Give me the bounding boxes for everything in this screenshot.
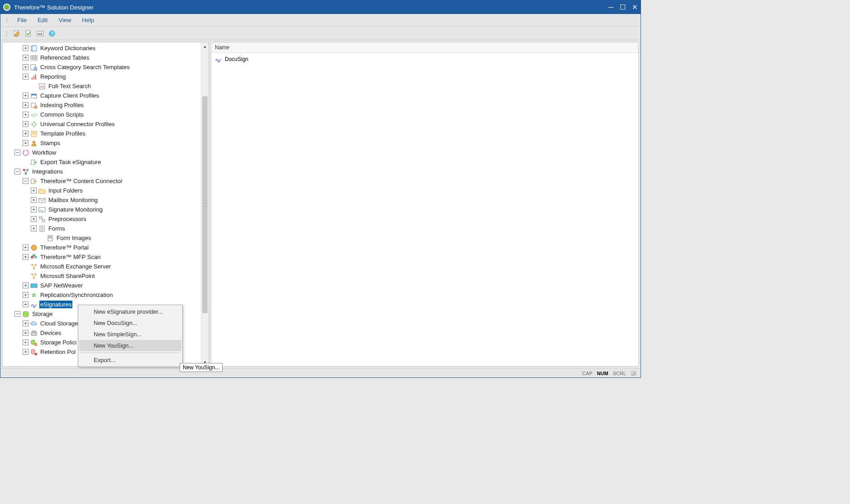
forms-icon bbox=[38, 225, 46, 232]
tree-node-label: Forms bbox=[47, 225, 66, 232]
tree-expander[interactable]: + bbox=[23, 283, 28, 288]
tree-expander[interactable]: + bbox=[23, 245, 28, 250]
tree-node[interactable]: +SAP NetWeaver bbox=[3, 281, 201, 290]
toolbar-help-button[interactable] bbox=[47, 29, 57, 38]
tooltip: New YouSign... bbox=[180, 363, 223, 372]
tree-node-label: Therefore™ MFP Scan bbox=[39, 253, 101, 261]
tree-expander[interactable]: + bbox=[23, 349, 28, 355]
preproc-icon bbox=[38, 216, 46, 223]
context-menu-item[interactable]: New SimpleSign... bbox=[79, 329, 181, 340]
tree-expander[interactable]: + bbox=[23, 292, 28, 298]
tree-expander[interactable]: + bbox=[31, 188, 37, 193]
tree-expander[interactable]: + bbox=[23, 64, 28, 70]
tree-expander[interactable]: + bbox=[23, 121, 28, 127]
context-menu-item[interactable]: New DocuSign... bbox=[79, 317, 181, 329]
tree-expander[interactable]: + bbox=[31, 216, 37, 222]
tree-node[interactable]: −Workflow bbox=[3, 148, 201, 157]
titlebar[interactable]: Therefore™ Solution Designer ─ ☐ ✕ bbox=[0, 0, 641, 14]
tree-node[interactable]: +Therefore™ MFP Scan bbox=[3, 252, 201, 262]
tree-expander[interactable]: + bbox=[23, 339, 28, 345]
script-icon bbox=[30, 111, 38, 118]
tree-expander[interactable]: + bbox=[23, 102, 28, 108]
toolbar-grip[interactable]: ⋮ bbox=[4, 30, 9, 37]
tree-node-label: Form Images bbox=[56, 234, 92, 242]
scrollbar-track[interactable] bbox=[201, 50, 209, 358]
replication-icon bbox=[30, 292, 38, 299]
menu-edit[interactable]: Edit bbox=[33, 16, 52, 24]
context-menu-item[interactable]: Export... bbox=[79, 354, 181, 366]
list-column-header-name[interactable]: Name bbox=[211, 42, 638, 53]
export-task-icon bbox=[30, 159, 38, 166]
policies-icon bbox=[30, 339, 38, 346]
tree-node-label: Storage Polici bbox=[39, 339, 77, 346]
tree-expander[interactable]: + bbox=[23, 140, 28, 146]
tree-expander[interactable]: + bbox=[31, 197, 37, 203]
tree-node[interactable]: +Mailbox Monitoring bbox=[3, 195, 201, 205]
tree-expander[interactable]: + bbox=[23, 45, 28, 51]
tree-node[interactable]: +Stamps bbox=[3, 138, 201, 148]
minimize-button[interactable]: ─ bbox=[608, 3, 613, 11]
tree-node[interactable]: +Keyword Dictionaries bbox=[3, 43, 201, 53]
tree-node[interactable]: +Referenced Tables bbox=[3, 53, 201, 62]
tree-node[interactable]: Export Task eSignature bbox=[3, 157, 201, 167]
tree-expander[interactable]: + bbox=[23, 93, 28, 99]
list-item[interactable]: DocuSign bbox=[215, 55, 635, 64]
maximize-button[interactable]: ☐ bbox=[620, 3, 626, 11]
tree-node[interactable]: +Reporting bbox=[3, 72, 201, 81]
devices-icon bbox=[30, 330, 38, 337]
tree-node[interactable]: +Capture Client Profiles bbox=[3, 91, 201, 100]
menu-help[interactable]: Help bbox=[77, 16, 99, 24]
tree-expander[interactable]: − bbox=[14, 169, 20, 174]
tree-node[interactable]: +Common Scripts bbox=[3, 110, 201, 119]
tree-node-label: eSignatures bbox=[39, 301, 72, 308]
tree-node[interactable]: +Therefore™ Portal bbox=[3, 243, 201, 252]
tree-node[interactable]: +Universal Connector Profiles bbox=[3, 119, 201, 129]
tree-expander[interactable]: − bbox=[23, 178, 28, 184]
resize-grip[interactable] bbox=[631, 371, 636, 376]
sap-icon bbox=[30, 282, 38, 289]
tree-node[interactable]: +Indexing Profiles bbox=[3, 100, 201, 110]
scrollbar-up-arrow[interactable]: ▲ bbox=[201, 42, 209, 50]
context-menu-item[interactable]: New eSignature provider... bbox=[79, 306, 181, 317]
tree-expander[interactable]: + bbox=[23, 74, 28, 80]
tree-expander[interactable]: + bbox=[23, 301, 28, 307]
tree-expander[interactable]: + bbox=[31, 226, 37, 231]
tree-node[interactable]: +Input Folders bbox=[3, 186, 201, 195]
toolbar-edit-button[interactable] bbox=[12, 29, 21, 38]
tree-node[interactable]: −Therefore™ Content Connector bbox=[3, 176, 201, 186]
tree-node[interactable]: +Forms bbox=[3, 224, 201, 233]
tree-node[interactable]: Form Images bbox=[3, 233, 201, 243]
tree-expander[interactable]: + bbox=[23, 55, 28, 61]
tree-expander[interactable]: + bbox=[31, 207, 37, 212]
tree-node[interactable]: +Replication/Synchronization bbox=[3, 290, 201, 300]
tree-expander[interactable]: + bbox=[23, 254, 28, 260]
tree-node[interactable]: −Integrations bbox=[3, 167, 201, 176]
tree-expander[interactable]: + bbox=[23, 320, 28, 326]
context-menu-item[interactable]: New YouSign... bbox=[79, 340, 181, 351]
context-menu-separator bbox=[81, 353, 180, 353]
tree-node[interactable]: +Preprocessors bbox=[3, 214, 201, 224]
tree-expander[interactable]: + bbox=[23, 112, 28, 118]
tree-node[interactable]: +Cross Category Search Templates bbox=[3, 62, 201, 72]
tree-expander[interactable]: − bbox=[14, 150, 20, 155]
tree-expander[interactable]: + bbox=[23, 131, 28, 137]
connector-icon bbox=[30, 121, 38, 128]
tree-scrollbar[interactable]: ▲ ▼ bbox=[201, 42, 209, 366]
tree-node-label: Reporting bbox=[39, 73, 66, 80]
tree-expander[interactable]: + bbox=[23, 330, 28, 336]
toolbar-check-button[interactable] bbox=[24, 29, 33, 38]
close-button[interactable]: ✕ bbox=[632, 3, 638, 11]
tree-node[interactable]: Microsoft Exchange Server bbox=[3, 262, 201, 271]
tree-node[interactable]: Microsoft SharePoint bbox=[3, 271, 201, 281]
index-icon bbox=[30, 102, 38, 109]
tree-expander[interactable]: − bbox=[14, 311, 20, 317]
list-body[interactable]: DocuSign bbox=[211, 53, 638, 366]
tree-node[interactable]: Full-Text Search bbox=[3, 81, 201, 91]
tree-node[interactable]: +Template Profiles bbox=[3, 129, 201, 138]
toolbar-text-button[interactable] bbox=[36, 29, 45, 38]
menubar-grip[interactable]: ⋮ bbox=[4, 17, 9, 24]
tree-node[interactable]: +Signature Monitoring bbox=[3, 205, 201, 214]
menu-view[interactable]: View bbox=[54, 16, 76, 24]
menu-file[interactable]: File bbox=[13, 16, 31, 24]
scrollbar-thumb[interactable] bbox=[202, 96, 208, 313]
